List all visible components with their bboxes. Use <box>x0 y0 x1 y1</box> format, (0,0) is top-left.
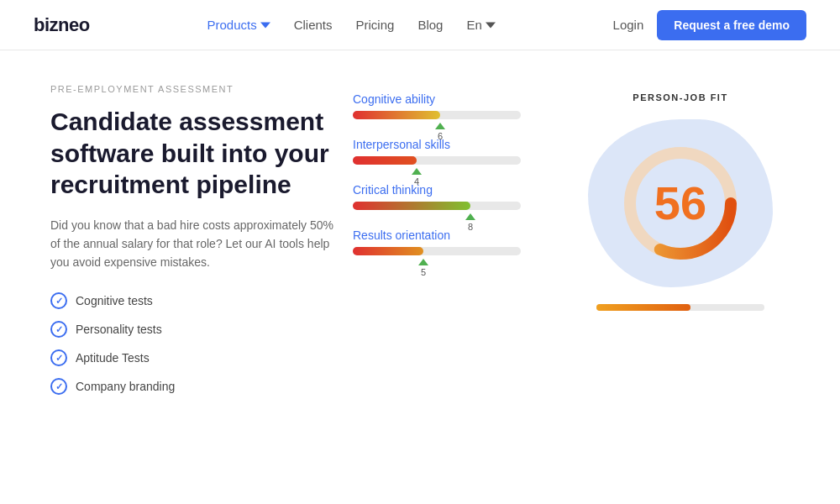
gauge-bar <box>596 304 764 311</box>
checklist-item-cognitive: Cognitive tests <box>50 292 336 309</box>
left-panel: Pre-employment assessment Candidate asse… <box>50 84 336 395</box>
skill-marker-3: 5 <box>418 259 428 277</box>
skill-bar-2: 8 <box>353 202 521 210</box>
skill-label-1: Interpersonal skills <box>353 138 554 151</box>
checklist-label-personality: Personality tests <box>76 323 162 336</box>
check-icon-cognitive <box>50 292 67 309</box>
gauge-score: 56 <box>654 180 706 227</box>
gauge-panel: Person-job fit 56 <box>571 84 790 311</box>
nav-clients[interactable]: Clients <box>294 18 333 32</box>
marker-triangle-1 <box>412 168 422 175</box>
skill-marker-2: 8 <box>465 213 475 232</box>
nav-pricing[interactable]: Pricing <box>356 18 395 32</box>
skill-bar-0: 6 <box>353 111 521 119</box>
gauge-label: Person-job fit <box>633 92 727 102</box>
checklist-label-aptitude: Aptitude Tests <box>76 351 150 365</box>
skill-item-3: Results orientation 5 <box>353 228 554 255</box>
skill-label-2: Critical thinking <box>353 183 554 197</box>
skills-panel: Cognitive ability 6 Interpersonal skills… <box>353 84 554 274</box>
navbar: bizneo Products Clients Pricing Blog En … <box>0 0 840 50</box>
checklist-label-cognitive: Cognitive tests <box>76 294 153 307</box>
gauge-wrapper: 56 <box>596 119 764 287</box>
skill-bar-3: 5 <box>353 247 521 255</box>
checklist-label-branding: Company branding <box>76 380 175 393</box>
check-icon-aptitude <box>50 349 67 366</box>
skill-marker-0: 6 <box>435 123 445 141</box>
checklist: Cognitive testsPersonality testsAptitude… <box>50 292 336 395</box>
skill-bar-fill-3 <box>353 247 423 255</box>
check-icon-branding <box>50 378 67 395</box>
checklist-item-branding: Company branding <box>50 378 336 395</box>
logo: bizneo <box>34 14 90 36</box>
skill-item-2: Critical thinking 8 <box>353 183 554 210</box>
skill-label-0: Cognitive ability <box>353 92 554 106</box>
checklist-item-personality: Personality tests <box>50 321 336 338</box>
marker-triangle-0 <box>435 123 445 129</box>
skill-bar-1: 4 <box>353 156 521 165</box>
gauge-bar-fill <box>596 304 690 311</box>
skill-bar-fill-2 <box>353 202 470 210</box>
skill-item-1: Interpersonal skills 4 <box>353 138 554 165</box>
checklist-item-aptitude: Aptitude Tests <box>50 349 336 366</box>
skill-item-0: Cognitive ability 6 <box>353 92 554 119</box>
marker-val-3: 5 <box>421 267 426 277</box>
skill-bar-fill-1 <box>353 156 417 165</box>
pre-label: Pre-employment assessment <box>50 84 336 94</box>
subtext: Did you know that a bad hire costs appro… <box>50 216 336 272</box>
skill-label-3: Results orientation <box>353 228 554 242</box>
check-icon-personality <box>50 321 67 338</box>
headline: Candidate assessment software built into… <box>50 106 336 201</box>
skill-marker-1: 4 <box>412 168 422 186</box>
skill-bar-fill-0 <box>353 111 440 119</box>
marker-val-2: 8 <box>468 222 473 232</box>
marker-val-0: 6 <box>438 131 443 141</box>
marker-triangle-3 <box>418 259 428 265</box>
demo-button[interactable]: Request a free demo <box>657 10 806 40</box>
marker-val-1: 4 <box>414 176 419 186</box>
nav-blog[interactable]: Blog <box>417 18 443 32</box>
nav-products[interactable]: Products <box>207 18 270 32</box>
nav-lang[interactable]: En <box>466 18 495 32</box>
nav-right: Login Request a free demo <box>613 10 806 40</box>
marker-triangle-2 <box>465 213 475 220</box>
login-button[interactable]: Login <box>613 18 644 32</box>
main-content: Pre-employment assessment Candidate asse… <box>0 50 840 504</box>
nav-links: Products Clients Pricing Blog En <box>207 18 495 32</box>
